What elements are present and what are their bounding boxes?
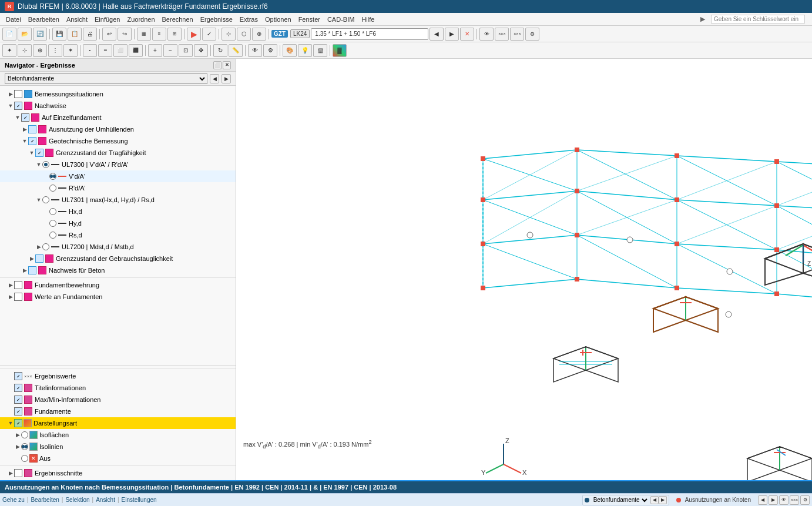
select-button[interactable]: ⊹ [222, 28, 236, 41]
checkbox-titelinf[interactable] [14, 384, 22, 392]
expander-isol[interactable]: ▶ [14, 444, 21, 450]
menu-fenster[interactable]: Fenster [295, 15, 324, 24]
tree-ul7301[interactable]: ▼ UL7301 | max(Hx,d, Hy,d) / Rs,d [0, 194, 236, 206]
tb2-display[interactable]: 👁 [248, 44, 262, 57]
tb2-color[interactable]: ▓ [333, 44, 347, 57]
radio-rda[interactable] [49, 185, 56, 192]
tree-bemessungssituationen[interactable]: ▶ Bemessungssituationen [0, 88, 236, 100]
checkbox-maxmin[interactable] [14, 396, 22, 404]
tree-werte[interactable]: ▶ Werte an Fundamenten [0, 291, 236, 303]
expander-isof[interactable]: ▶ [14, 432, 21, 438]
save-button[interactable]: 💾 [52, 28, 66, 41]
tree-nachweis-beton[interactable]: ▶ Nachweis für Beton [0, 264, 236, 276]
result-view-button[interactable]: 👁 [479, 28, 494, 41]
radio-hyd[interactable] [49, 220, 56, 227]
nav-prev-btn[interactable]: ◀ [210, 74, 219, 83]
status-link-einstellungen[interactable]: Einstellungen [122, 497, 157, 503]
checkbox-gebrau[interactable] [35, 254, 43, 263]
tb2-light[interactable]: 💡 [298, 44, 312, 57]
next-lc-button[interactable]: ▶ [445, 28, 459, 41]
tb2-pan[interactable]: ✥ [194, 44, 208, 57]
status-next-btn[interactable]: ▶ [769, 495, 778, 505]
checkbox-nachweise[interactable] [14, 102, 22, 110]
status-prev-btn[interactable]: ◀ [758, 495, 767, 505]
radio-hxd[interactable] [49, 208, 56, 215]
tree-grenzzustand-gebrau[interactable]: ▶ Grenzzustand der Gebrauchstauglichkeit [0, 253, 236, 264]
tb2-shade[interactable]: ▧ [313, 44, 327, 57]
expander-ergebn[interactable]: ▶ [7, 470, 14, 476]
expander-einzelf[interactable]: ▼ [14, 115, 21, 120]
radio-ul7301[interactable] [42, 196, 49, 203]
undo-button[interactable]: ↩ [102, 28, 116, 41]
checkbox-ausnutzung[interactable] [28, 125, 36, 133]
expander-darst[interactable]: ▼ [7, 420, 14, 426]
coord-button[interactable]: ⊕ [252, 28, 266, 41]
status-eye-btn[interactable]: 👁 [779, 495, 788, 505]
open-button[interactable]: 📂 [18, 28, 32, 41]
tb2-render[interactable]: 🎨 [283, 44, 297, 57]
radio-aus[interactable] [21, 455, 28, 462]
status-link-selektion[interactable]: Selektion [65, 497, 89, 503]
xxx-button2[interactable]: ××× [510, 28, 524, 41]
menu-bearbeiten[interactable]: Bearbeiten [25, 15, 63, 24]
tree-auf-einzelfundament[interactable]: ▼ Auf Einzelfundament [0, 112, 236, 123]
radio-ul7200[interactable] [42, 243, 49, 250]
tree-hyd[interactable]: Hy,d [0, 217, 236, 229]
nav-next-btn[interactable]: ▶ [222, 74, 231, 83]
checkbox-ergebniswerte[interactable] [14, 372, 22, 380]
print-button[interactable]: 🖨 [83, 28, 97, 41]
nav-close-btn[interactable]: ✕ [223, 61, 231, 69]
expander-ul7301[interactable]: ▼ [35, 197, 42, 203]
expander-beton[interactable]: ▶ [21, 267, 28, 273]
check-button[interactable]: ✓ [202, 28, 216, 41]
expander-ul7300[interactable]: ▼ [35, 162, 42, 167]
menu-ergebnisse[interactable]: Ergebnisse [197, 15, 236, 24]
save-as-button[interactable]: 📋 [68, 28, 82, 41]
tb2-2[interactable]: ⊹ [18, 44, 32, 57]
view3d-button[interactable]: ⬡ [237, 28, 251, 41]
view-area[interactable]: Betonfundamente Knotennachweis V'd/A' [N… [236, 59, 812, 480]
checkbox-werte[interactable] [14, 293, 22, 301]
tb2-1[interactable]: ✦ [2, 44, 16, 57]
xxx-button1[interactable]: ××× [495, 28, 509, 41]
tb2-zoom-out[interactable]: − [163, 44, 177, 57]
reload-button[interactable]: 🔄 [33, 28, 47, 41]
tb2-line[interactable]: ━ [98, 44, 112, 57]
nav-dropdown[interactable]: Betonfundamente [5, 73, 207, 84]
status-link-goto[interactable]: Gehe zu [2, 497, 25, 503]
tb2-5[interactable]: ✶ [63, 44, 78, 57]
tb2-solid[interactable]: ⬛ [129, 44, 143, 57]
checkbox-ergebn[interactable] [14, 469, 22, 477]
checkbox-fundamente[interactable] [14, 407, 22, 415]
tree-vda[interactable]: V'd/A' [0, 170, 236, 182]
prev-lc-button[interactable]: ◀ [430, 28, 444, 41]
tb2-rot[interactable]: ↻ [213, 44, 227, 57]
radio-vda[interactable] [49, 173, 56, 180]
tree-maxmin[interactable]: Max/Min-Informationen [0, 394, 236, 406]
list-button[interactable]: ≡ [152, 28, 166, 41]
tb2-zoom-fit[interactable]: ⊡ [179, 44, 193, 57]
tree-isoflachen[interactable]: ▶ Isoflächen [0, 429, 236, 441]
tb2-3[interactable]: ⊕ [33, 44, 47, 57]
status-nav-next[interactable]: ▶ [659, 496, 667, 504]
new-button[interactable]: 📄 [2, 28, 16, 41]
status-xxx-btn[interactable]: ××× [790, 495, 799, 505]
tree-ul7300[interactable]: ▼ UL7300 | V'd/A' / R'd/A' [0, 159, 236, 170]
table-button[interactable]: ▦ [137, 28, 151, 41]
tree-rda[interactable]: R'd/A' [0, 182, 236, 194]
nav-restore-btn[interactable]: ⬜ [213, 61, 222, 69]
tree-titelinformationen[interactable]: Titelinformationen [0, 382, 236, 394]
tree-fundamentbewehrung[interactable]: ▶ Fundamentbewehrung [0, 279, 236, 291]
menu-zuordnen[interactable]: Zuordnen [123, 15, 158, 24]
tb2-4[interactable]: ⋮ [48, 44, 62, 57]
tree-nachweise[interactable]: ▼ Nachweise [0, 100, 236, 112]
checkbox-einzelf[interactable] [21, 113, 29, 122]
formula-box[interactable]: 1.35 * LF1 + 1.50 * LF6 [311, 28, 428, 40]
expander-werte[interactable]: ▶ [7, 294, 14, 300]
tb2-surf[interactable]: ⬜ [113, 44, 127, 57]
status-gear-btn[interactable]: ⚙ [800, 495, 810, 505]
tb2-measure[interactable]: 📏 [229, 44, 243, 57]
radio-rsd[interactable] [49, 232, 56, 239]
options-btn[interactable]: ⚙ [525, 28, 539, 41]
grid-button[interactable]: ⊞ [167, 28, 182, 41]
